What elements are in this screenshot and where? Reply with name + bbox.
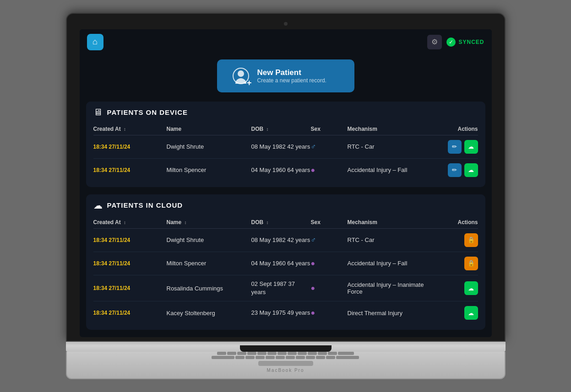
sex-cell: ●	[311, 284, 348, 292]
kbd-key	[316, 356, 325, 359]
plus-icon: +	[247, 79, 252, 87]
dob-sub: 42 years	[287, 143, 310, 150]
patients-in-cloud-header: ☁ PATIENTS IN CLOUD	[86, 194, 485, 216]
actions-cell: ☁	[432, 281, 478, 295]
mechanism-cell: RTC - Car	[348, 143, 432, 150]
new-patient-text: New Patient Create a new patient record.	[257, 68, 326, 84]
mechanism-cell: RTC - Car	[348, 236, 432, 243]
kbd-key	[266, 356, 275, 359]
table-row: 18:34 27/11/24 Milton Spencer 04 May 196…	[93, 159, 478, 182]
kbd-key	[328, 352, 337, 355]
home-button[interactable]: ⌂	[87, 34, 103, 50]
screen-bezel: ⌂ ⚙ ✓ SYNCED	[66, 13, 506, 342]
dob-cell: 02 Sept 1987 37 years	[251, 280, 311, 296]
new-patient-container: + New Patient Create a new patient recor…	[80, 55, 492, 102]
kbd-key	[338, 352, 354, 355]
kbd-key	[257, 352, 266, 355]
settings-button[interactable]: ⚙	[427, 35, 442, 49]
kbd-key	[217, 352, 226, 355]
dob-main: 23 May 1975	[251, 309, 286, 316]
home-icon: ⌂	[92, 37, 98, 47]
synced-dot: ✓	[446, 38, 456, 47]
table-header-cloud: Created At ↕ Name ↕ DOB ↕ Sex	[93, 216, 478, 229]
keyboard-row-2	[93, 356, 478, 359]
edit-button[interactable]: ✏	[448, 163, 462, 177]
dob-cell: 08 May 1982 42 years	[251, 143, 311, 151]
col-mechanism-cloud: Mechanism	[348, 219, 432, 226]
kbd-key	[267, 352, 277, 355]
male-icon: ♂	[311, 143, 316, 150]
sort-icon-dob-cloud: ↕	[266, 220, 269, 225]
new-patient-title: New Patient	[257, 68, 326, 77]
dob-sub: 64 years	[287, 166, 310, 173]
macbook-brand-label: MacBook Pro	[266, 366, 304, 375]
camera	[284, 22, 288, 26]
col-dob-device: DOB ↕	[251, 126, 311, 132]
patients-in-cloud-title: PATIENTS IN CLOUD	[107, 201, 183, 209]
top-bar: ⌂ ⚙ ✓ SYNCED	[80, 29, 492, 55]
name-cell: Dwight Shrute	[167, 236, 251, 243]
table-header-device: Created At ↕ Name DOB ↕ Sex Mechanism Ac…	[93, 123, 478, 135]
dob-cell: 04 May 1960 64 years	[251, 259, 311, 268]
dob-main: 08 May 1982	[251, 236, 286, 243]
kbd-key	[286, 356, 295, 359]
cloud-upload-button[interactable]: ☁	[464, 306, 478, 320]
female-icon: ●	[311, 309, 315, 317]
col-created-at-cloud: Created At ↕	[93, 219, 167, 226]
locked-button[interactable]: 🔒	[464, 233, 478, 247]
mechanism-cell: Accidental Injury – Inanimate Force	[348, 281, 432, 295]
dob-cell: 23 May 1975 49 years	[251, 309, 311, 317]
dob-main: 02 Sept 1987	[251, 280, 287, 287]
col-actions-cloud: Actions	[432, 219, 478, 226]
trackpad	[258, 361, 313, 366]
name-cell: Rosalinda Cummings	[167, 285, 251, 292]
kbd-key	[326, 356, 335, 359]
kbd-key	[245, 356, 255, 359]
name-cell: Milton Spencer	[167, 166, 251, 173]
col-name-cloud: Name ↕	[167, 219, 251, 226]
patients-on-device-table: Created At ↕ Name DOB ↕ Sex Mechanism Ac…	[86, 123, 485, 187]
kbd-key	[227, 352, 236, 355]
dob-cell: 04 May 1960 64 years	[251, 166, 311, 174]
dob-sub: 49 years	[287, 309, 310, 316]
patients-on-device-header: 🖥 PATIENTS ON DEVICE	[86, 102, 485, 123]
new-patient-button[interactable]: + New Patient Create a new patient recor…	[217, 59, 354, 92]
keyboard-rows	[93, 352, 478, 359]
screen: ⌂ ⚙ ✓ SYNCED	[80, 29, 492, 337]
patients-in-cloud-table: Created At ↕ Name ↕ DOB ↕ Sex	[86, 216, 485, 330]
sex-cell: ♂	[311, 236, 348, 244]
timestamp-cell: 18:34 27/11/24	[93, 310, 167, 316]
actions-cell: ☁	[432, 306, 478, 320]
dob-main: 04 May 1960	[251, 260, 286, 267]
locked-button[interactable]: 🔒	[464, 257, 478, 270]
keyboard-row-1	[93, 352, 478, 355]
actions-cell: 🔒	[432, 233, 478, 247]
timestamp-cell: 18:34 27/11/24	[93, 237, 167, 243]
upload-cloud-button[interactable]: ☁	[464, 163, 478, 177]
dob-sub: 42 years	[287, 236, 310, 243]
kbd-key	[235, 356, 245, 359]
laptop-notch	[240, 345, 332, 352]
dob-sub: 64 years	[287, 260, 310, 267]
edit-button[interactable]: ✏	[448, 140, 462, 154]
kbd-key	[212, 356, 234, 359]
cloud-upload-button[interactable]: ☁	[464, 281, 478, 295]
timestamp-cell: 18:34 27/11/24	[93, 167, 167, 173]
sex-cell: ♂	[311, 143, 348, 151]
col-sex-device: Sex	[311, 126, 348, 132]
synced-text: SYNCED	[458, 39, 484, 45]
name-cell: Dwight Shrute	[167, 143, 251, 150]
patients-on-device-title: PATIENTS ON DEVICE	[107, 108, 188, 116]
col-actions-device: Actions	[432, 126, 478, 132]
kbd-key	[256, 356, 265, 359]
upload-cloud-button[interactable]: ☁	[464, 140, 478, 154]
checkmark-icon: ✓	[449, 39, 453, 45]
col-dob-cloud: DOB ↕	[251, 219, 311, 226]
female-icon: ●	[311, 166, 315, 174]
laptop-frame: ⌂ ⚙ ✓ SYNCED	[66, 13, 506, 379]
female-icon: ●	[311, 284, 315, 292]
col-name-device: Name	[167, 126, 251, 132]
name-cell: Milton Spencer	[167, 260, 251, 267]
kbd-key	[277, 352, 287, 355]
dob-main: 04 May 1960	[251, 166, 286, 173]
